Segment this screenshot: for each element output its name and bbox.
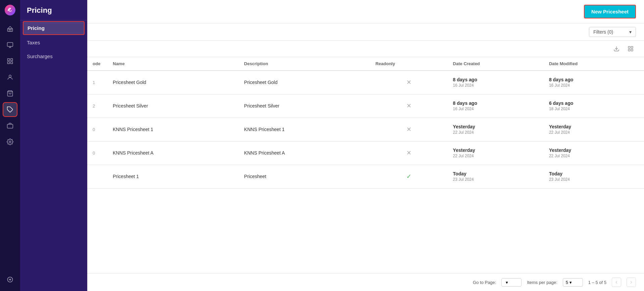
grid-nav-icon[interactable] xyxy=(3,54,17,69)
monitor-nav-icon[interactable] xyxy=(3,38,17,52)
col-header-code: ode xyxy=(87,57,107,71)
items-per-page-label: Items per page: xyxy=(527,280,557,285)
cell-readonly: ✕ xyxy=(370,141,448,165)
date-created-relative: 8 days ago xyxy=(453,100,538,106)
cell-code: 2 xyxy=(87,94,107,118)
cell-date-created: Yesterday22 Jul 2024 xyxy=(448,118,544,141)
col-header-name: Name xyxy=(107,57,239,71)
pagination-count: 1 – 5 of 5 xyxy=(588,280,606,285)
add-nav-icon[interactable] xyxy=(3,272,17,287)
cell-date-created: Today23 Jul 2024 xyxy=(448,165,544,188)
x-icon: ✕ xyxy=(406,126,411,133)
col-header-date-created: Date Created xyxy=(448,57,544,71)
left-nav-title: Pricing xyxy=(20,0,87,20)
svg-rect-1 xyxy=(8,29,13,32)
date-created-relative: 8 days ago xyxy=(453,77,538,82)
grid-view-icon[interactable] xyxy=(625,43,636,54)
cell-name: Pricesheet Gold xyxy=(107,71,239,94)
cell-date-modified: 6 days ago18 Jul 2024 xyxy=(544,94,644,118)
items-per-page-value: 5 xyxy=(566,280,568,285)
cell-description: KNNS Pricesheet 1 xyxy=(239,118,370,141)
tag-nav-icon[interactable] xyxy=(3,102,17,117)
cell-readonly: ✓ xyxy=(370,165,448,188)
cell-name: Pricesheet 1 xyxy=(107,165,239,188)
table-row[interactable]: 0KNNS Pricesheet AKNNS Pricesheet A✕Yest… xyxy=(87,141,644,165)
cell-description: Pricesheet xyxy=(239,165,370,188)
cell-code: 0 xyxy=(87,141,107,165)
download-icon[interactable] xyxy=(611,43,622,54)
col-header-description: Description xyxy=(239,57,370,71)
svg-point-11 xyxy=(9,141,11,143)
cell-date-created: 8 days ago16 Jul 2024 xyxy=(448,71,544,94)
date-created-relative: Today xyxy=(453,171,538,176)
chevron-down-icon: ▾ xyxy=(629,29,632,35)
cell-date-created: 8 days ago16 Jul 2024 xyxy=(448,94,544,118)
next-page-button[interactable] xyxy=(627,278,636,287)
left-nav-panel: Pricing Pricing Taxes Surcharges xyxy=(20,0,87,291)
table-row[interactable]: 0KNNS Pricesheet 1KNNS Pricesheet 1✕Yest… xyxy=(87,118,644,141)
settings-nav-icon[interactable] xyxy=(3,134,17,149)
date-modified-relative: 8 days ago xyxy=(549,77,639,82)
toolbar xyxy=(87,41,644,57)
pricesheets-table: ode Name Description Readonly Date Creat… xyxy=(87,57,644,189)
date-created-absolute: 22 Jul 2024 xyxy=(453,154,538,158)
date-created-relative: Yesterday xyxy=(453,124,538,129)
svg-point-0 xyxy=(5,5,15,15)
col-header-readonly: Readonly xyxy=(370,57,448,71)
home-nav-icon[interactable] xyxy=(3,22,17,36)
go-to-page-select[interactable]: ▾ xyxy=(501,278,522,287)
filters-dropdown[interactable]: Filters (0) ▾ xyxy=(589,27,636,37)
pagination-bar: Go to Page: ▾ Items per page: 5 ▾ 1 – 5 … xyxy=(87,273,644,291)
go-to-page-chevron: ▾ xyxy=(506,280,508,285)
items-per-page-select[interactable]: 5 ▾ xyxy=(563,278,583,287)
col-header-date-modified: Date Modified xyxy=(544,57,644,71)
shopping-nav-icon[interactable] xyxy=(3,86,17,101)
nav-item-taxes[interactable]: Taxes xyxy=(20,36,87,49)
svg-point-7 xyxy=(9,75,11,77)
go-to-page-label: Go to Page: xyxy=(473,280,496,285)
cell-readonly: ✕ xyxy=(370,118,448,141)
date-created-absolute: 16 Jul 2024 xyxy=(453,83,538,88)
nav-item-surcharges[interactable]: Surcharges xyxy=(20,49,87,63)
cell-date-modified: Today23 Jul 2024 xyxy=(544,165,644,188)
table-row[interactable]: 2Pricesheet SilverPricesheet Silver✕8 da… xyxy=(87,94,644,118)
cell-code xyxy=(87,165,107,188)
table-row[interactable]: 1Pricesheet GoldPricesheet Gold✕8 days a… xyxy=(87,71,644,94)
table-row[interactable]: Pricesheet 1Pricesheet✓Today23 Jul 2024T… xyxy=(87,165,644,188)
nav-item-pricing[interactable]: Pricing xyxy=(23,21,85,35)
cell-date-modified: 8 days ago16 Jul 2024 xyxy=(544,71,644,94)
new-pricesheet-button[interactable]: New Pricesheet xyxy=(584,5,636,18)
svg-rect-6 xyxy=(11,62,13,64)
person-nav-icon[interactable] xyxy=(3,70,17,85)
prev-page-button[interactable] xyxy=(612,278,621,287)
svg-rect-3 xyxy=(8,59,10,61)
filter-bar: Filters (0) ▾ xyxy=(87,24,644,41)
app-logo[interactable] xyxy=(4,4,16,16)
filters-label: Filters (0) xyxy=(593,29,613,35)
date-created-relative: Yesterday xyxy=(453,148,538,153)
svg-rect-10 xyxy=(7,124,13,128)
date-modified-relative: 6 days ago xyxy=(549,100,639,106)
svg-rect-19 xyxy=(631,49,633,51)
cell-description: KNNS Pricesheet A xyxy=(239,141,370,165)
cell-description: Pricesheet Gold xyxy=(239,71,370,94)
cell-date-modified: Yesterday22 Jul 2024 xyxy=(544,141,644,165)
date-modified-absolute: 23 Jul 2024 xyxy=(549,177,639,182)
cell-readonly: ✕ xyxy=(370,94,448,118)
date-modified-relative: Yesterday xyxy=(549,124,639,129)
icon-sidebar xyxy=(0,0,20,291)
date-modified-absolute: 18 Jul 2024 xyxy=(549,107,639,111)
main-content: New Pricesheet Filters (0) ▾ xyxy=(87,0,644,291)
svg-rect-2 xyxy=(7,43,13,47)
cell-name: KNNS Pricesheet 1 xyxy=(107,118,239,141)
cell-description: Pricesheet Silver xyxy=(239,94,370,118)
briefcase-nav-icon[interactable] xyxy=(3,118,17,133)
date-created-absolute: 16 Jul 2024 xyxy=(453,107,538,111)
cell-name: KNNS Pricesheet A xyxy=(107,141,239,165)
date-modified-relative: Today xyxy=(549,171,639,176)
cell-code: 1 xyxy=(87,71,107,94)
table-container: ode Name Description Readonly Date Creat… xyxy=(87,57,644,273)
x-icon: ✕ xyxy=(406,102,411,109)
cell-readonly: ✕ xyxy=(370,71,448,94)
cell-date-modified: Yesterday22 Jul 2024 xyxy=(544,118,644,141)
